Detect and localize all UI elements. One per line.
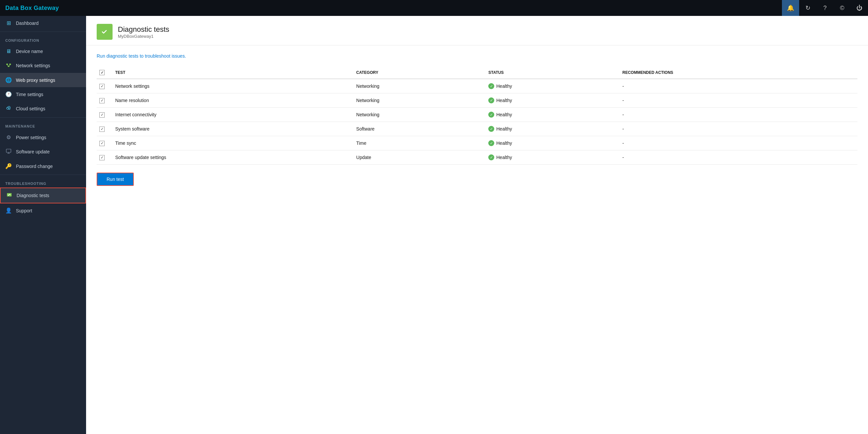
bell-icon-btn[interactable]: 🔔 <box>782 0 799 16</box>
sidebar-item-cloud-settings[interactable]: Cloud settings <box>0 102 86 116</box>
row-category: Networking <box>351 79 483 93</box>
row-category: Time <box>351 136 483 150</box>
row-status: ✓ Healthy <box>483 136 617 150</box>
table-row: ✓ System software Software ✓ Healthy - <box>97 122 858 136</box>
table-row: ✓ Software update settings Update ✓ Heal… <box>97 150 858 165</box>
row-checkbox-cell: ✓ <box>97 122 110 136</box>
layout: ⊞ Dashboard CONFIGURATION 🖥 Device name … <box>0 16 868 434</box>
topbar: Data Box Gateway 🔔 ↻ ? © ⏻ <box>0 0 868 16</box>
row-checkbox-1[interactable]: ✓ <box>99 98 104 104</box>
sidebar-label-time-settings: Time settings <box>16 92 43 97</box>
col-header-category: CATEGORY <box>351 66 483 79</box>
table-row: ✓ Network settings Networking ✓ Healthy … <box>97 79 858 93</box>
sidebar-label-cloud-settings: Cloud settings <box>16 106 45 111</box>
status-text: Healthy <box>496 155 512 160</box>
row-actions: - <box>617 108 858 122</box>
row-test-name: Software update settings <box>110 150 351 165</box>
webproxy-icon: 🌐 <box>5 77 12 83</box>
row-status: ✓ Healthy <box>483 122 617 136</box>
row-actions: - <box>617 93 858 108</box>
status-text: Healthy <box>496 112 512 117</box>
support-icon: 👤 <box>5 207 12 214</box>
row-checkbox-3[interactable]: ✓ <box>99 126 104 132</box>
row-checkbox-cell: ✓ <box>97 136 110 150</box>
sidebar-item-dashboard[interactable]: ⊞ Dashboard <box>0 16 86 30</box>
sidebar-item-power-settings[interactable]: ⚙ Power settings <box>0 130 86 144</box>
row-status: ✓ Healthy <box>483 93 617 108</box>
col-header-test: TEST <box>110 66 351 79</box>
row-category: Networking <box>351 93 483 108</box>
healthy-icon: ✓ <box>488 154 494 161</box>
refresh-icon-btn[interactable]: ↻ <box>799 0 816 16</box>
healthy-icon: ✓ <box>488 112 494 118</box>
row-category: Software <box>351 122 483 136</box>
sidebar-item-network-settings[interactable]: Network settings <box>0 58 86 73</box>
info-icon-btn[interactable]: © <box>834 0 851 16</box>
row-category: Networking <box>351 108 483 122</box>
topbar-icon-group: 🔔 ↻ ? © ⏻ <box>782 0 868 16</box>
sidebar-label-support: Support <box>16 208 32 213</box>
select-all-checkbox[interactable]: ✓ <box>99 70 104 75</box>
table-row: ✓ Time sync Time ✓ Healthy - <box>97 136 858 150</box>
password-icon: 🔑 <box>5 163 12 169</box>
sidebar-label-device-name: Device name <box>16 49 43 54</box>
sidebar-item-software-update[interactable]: Software update <box>0 144 86 159</box>
row-test-name: Name resolution <box>110 93 351 108</box>
healthy-icon: ✓ <box>488 126 494 132</box>
sidebar-item-time-settings[interactable]: 🕐 Time settings <box>0 87 86 102</box>
sidebar-label-diagnostic-tests: Diagnostic tests <box>17 193 49 198</box>
status-text: Healthy <box>496 126 512 132</box>
row-status: ✓ Healthy <box>483 108 617 122</box>
content-area: Run diagnostic tests to troubleshoot iss… <box>86 46 868 194</box>
row-checkbox-cell: ✓ <box>97 108 110 122</box>
section-label-maintenance: MAINTENANCE <box>0 119 86 130</box>
col-header-checkbox: ✓ <box>97 66 110 79</box>
sidebar-label-web-proxy: Web proxy settings <box>16 78 55 83</box>
sidebar-item-diagnostic-tests[interactable]: Diagnostic tests <box>0 187 86 203</box>
row-checkbox-cell: ✓ <box>97 150 110 165</box>
section-label-configuration: CONFIGURATION <box>0 33 86 45</box>
power-settings-icon: ⚙ <box>5 134 12 141</box>
status-text: Healthy <box>496 98 512 103</box>
network-icon <box>5 62 12 69</box>
sidebar-item-support[interactable]: 👤 Support <box>0 203 86 218</box>
row-checkbox-2[interactable]: ✓ <box>99 112 104 118</box>
row-checkbox-cell: ✓ <box>97 79 110 93</box>
sidebar-label-power-settings: Power settings <box>16 135 46 140</box>
row-checkbox-cell: ✓ <box>97 93 110 108</box>
sidebar-label-software-update: Software update <box>16 149 50 154</box>
sidebar-label-dashboard: Dashboard <box>16 21 39 26</box>
cloud-icon <box>5 105 12 112</box>
col-header-actions: RECOMMENDED ACTIONS <box>617 66 858 79</box>
sidebar-label-password-change: Password change <box>16 164 53 169</box>
row-checkbox-0[interactable]: ✓ <box>99 84 104 89</box>
col-header-status: STATUS <box>483 66 617 79</box>
row-status: ✓ Healthy <box>483 79 617 93</box>
diagnostics-table: ✓ TEST CATEGORY STATUS RECOMMENDED ACTIO <box>97 66 858 165</box>
device-icon: 🖥 <box>5 48 12 54</box>
run-test-button[interactable]: Run test <box>97 173 134 186</box>
power-icon-btn[interactable]: ⏻ <box>851 0 868 16</box>
sidebar-item-device-name[interactable]: 🖥 Device name <box>0 45 86 58</box>
row-status: ✓ Healthy <box>483 150 617 165</box>
software-icon <box>5 148 12 155</box>
row-test-name: Network settings <box>110 79 351 93</box>
sidebar-item-web-proxy[interactable]: 🌐 Web proxy settings <box>0 73 86 87</box>
healthy-icon: ✓ <box>488 97 494 104</box>
row-actions: - <box>617 150 858 165</box>
row-actions: - <box>617 122 858 136</box>
row-checkbox-5[interactable]: ✓ <box>99 155 104 161</box>
app-title: Data Box Gateway <box>5 5 59 11</box>
table-row: ✓ Name resolution Networking ✓ Healthy - <box>97 93 858 108</box>
page-title: Diagnostic tests <box>118 25 169 34</box>
page-header: Diagnostic tests MyDBoxGateway1 <box>86 16 868 46</box>
sidebar-item-password-change[interactable]: 🔑 Password change <box>0 159 86 173</box>
page-header-text: Diagnostic tests MyDBoxGateway1 <box>118 25 169 39</box>
help-icon-btn[interactable]: ? <box>816 0 834 16</box>
row-actions: - <box>617 79 858 93</box>
row-actions: - <box>617 136 858 150</box>
row-test-name: Internet connectivity <box>110 108 351 122</box>
status-text: Healthy <box>496 84 512 89</box>
svg-rect-1 <box>9 64 11 65</box>
row-checkbox-4[interactable]: ✓ <box>99 141 104 146</box>
